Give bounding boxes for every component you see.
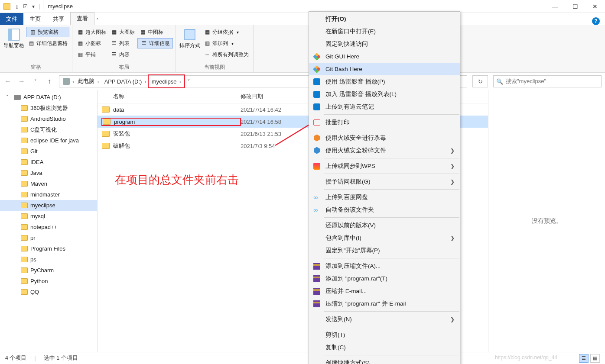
context-menu-item[interactable]: Git GUI Here [309,50,460,63]
context-menu-item[interactable]: 复制(C) [309,341,460,354]
context-menu-item[interactable]: 固定到快速访问 [309,38,460,50]
context-menu-item[interactable]: 授予访问权限(G)❯ [309,175,460,188]
context-menu-item[interactable]: ∞上传到百度网盘 [309,191,460,203]
tree-item[interactable]: Java [0,168,97,178]
tree-item[interactable]: eclipse IDE for java [0,135,97,146]
search-input[interactable]: 🔍 搜索"myeclipse" [493,75,602,87]
breadcrumb[interactable]: 此电脑 [75,76,101,87]
tree-item[interactable]: PyCharm [0,265,97,276]
details-pane-button[interactable]: ▤详细信息窗格 [26,38,69,48]
ribbon-group-label: 布局 [75,62,173,72]
tab-share[interactable]: 共享 [47,13,70,25]
context-menu-item[interactable]: 批量打印 [309,116,460,129]
context-menu-item[interactable]: 使用 迅雷影音 播放(P) [309,75,460,88]
navigation-pane-button[interactable]: 导航窗格 [3,27,25,62]
back-button[interactable]: ← [3,77,12,85]
columns-icon: ▥ [204,40,211,47]
address-dropdown[interactable]: ˅ [184,78,194,85]
minimize-button[interactable]: — [545,0,565,13]
qat-item[interactable]: ▯ [15,3,20,10]
tree-item[interactable]: mindmaster [0,189,97,200]
tree-item[interactable]: Program Files [0,243,97,254]
context-menu-item[interactable]: 上传到有道云笔记 [309,100,460,113]
qat-item[interactable]: ☑ [22,3,29,10]
context-menu-item[interactable]: 添加到 "program.rar"(T) [309,272,460,285]
tree-item[interactable]: myeclipse [0,200,97,211]
annotation-text: 在项目的总文件夹前右击 [115,172,239,187]
tiles-button[interactable]: ▦平铺 [75,49,108,60]
m-icons-button[interactable]: ▦中图标 [137,27,173,37]
context-menu-item[interactable]: Git Bash Here [309,63,460,75]
context-menu-item[interactable]: 包含到库中(I)❯ [309,232,460,244]
tab-file[interactable]: 文件 [0,13,23,25]
tree-item[interactable]: 360极速浏览器 [0,103,97,113]
up-button[interactable]: ↑ [45,77,54,85]
drive-icon [14,95,21,100]
tree-item[interactable]: AndroidStudio [0,113,97,124]
menu-separator [324,258,459,258]
folder-icon [102,143,110,149]
context-menu-item[interactable]: 使用火绒安全进行杀毒 [309,132,460,144]
context-menu-item[interactable]: 在新窗口中打开(E) [309,25,460,38]
folder-icon [21,159,28,165]
view-details-button[interactable]: ☰ [579,354,589,363]
submenu-arrow-icon: ❯ [450,316,455,322]
close-button[interactable]: ✕ [585,0,605,13]
context-menu-item[interactable]: 上传或同步到WPS❯ [309,160,460,172]
tree-item[interactable]: C盘可视化 [0,124,97,135]
context-menu-item[interactable]: 创建快捷方式(S) [309,357,460,364]
context-menu-item[interactable]: 发送到(N)❯ [309,313,460,325]
fit-columns-button[interactable]: ↔将所有列调整为 [202,49,250,60]
breadcrumb[interactable]: APP DATA (D:) [102,76,149,87]
pane-icon [7,28,21,42]
tree-item[interactable]: QQ [0,287,97,297]
menu-separator [324,130,459,130]
context-menu-item[interactable]: ∞自动备份该文件夹 [309,203,460,216]
details-button[interactable]: ☰详细信息 [137,38,173,48]
recent-button[interactable]: ˅ [31,79,40,84]
folder-icon [103,119,111,125]
add-columns-button[interactable]: ▥添加列▾ [202,38,250,48]
tree-item[interactable]: notepad++ [0,222,97,232]
refresh-button[interactable]: ↻ [472,75,488,87]
context-menu-item[interactable]: 添加到压缩文件(A)... [309,260,460,272]
s-icons-button[interactable]: ▦小图标 [75,38,108,48]
tab-home[interactable]: 主页 [23,13,47,25]
blank-icon [312,315,321,324]
context-menu-item[interactable]: 还原以前的版本(V) [309,219,460,232]
qat-dropdown[interactable]: ▾ [31,3,36,10]
forward-button[interactable]: → [17,77,26,85]
breadcrumb[interactable]: myeclipse [149,76,184,87]
tree-item[interactable]: mysql [0,211,97,222]
context-menu-item[interactable]: 使用火绒安全粉碎文件❯ [309,144,460,157]
tree-item[interactable]: Python [0,276,97,287]
view-icons-button[interactable]: ▦ [590,354,600,363]
list-button[interactable]: ☰列表 [109,38,137,48]
help-icon[interactable]: ? [592,17,600,25]
l-icons-button[interactable]: ▦大图标 [109,27,137,37]
group-by-button[interactable]: ▦分组依据▾ [202,27,250,37]
tree-drive[interactable]: APP DATA (D:) [0,92,97,103]
column-date[interactable]: 修改日期 [241,93,310,100]
tree-item[interactable]: Git [0,146,97,157]
content-button[interactable]: ☰内容 [109,49,137,60]
folder-icon [21,181,28,187]
tree-item[interactable]: pr [0,232,97,243]
sort-by-button[interactable]: 排序方式 [179,27,201,62]
rar-icon [312,300,321,308]
context-menu-item[interactable]: 压缩到 "program.rar" 并 E-mail [309,297,460,310]
context-menu-item[interactable]: 压缩并 E-mail... [309,285,460,297]
tab-view[interactable]: 查看 [70,12,94,25]
context-menu-item[interactable]: 加入 迅雷影音 播放列表(L) [309,88,460,100]
tree-item[interactable]: ps [0,254,97,265]
preview-pane-button[interactable]: ▥预览窗格 [26,27,69,37]
context-menu-item[interactable]: 固定到"开始"屏幕(P) [309,244,460,257]
tree-item[interactable]: Maven [0,178,97,189]
context-menu-item[interactable]: 剪切(T) [309,329,460,341]
maximize-button[interactable]: ☐ [565,0,585,13]
xl-icons-button[interactable]: ▦超大图标 [75,27,108,37]
collapse-ribbon-icon[interactable]: ˄ [94,16,101,25]
column-name[interactable]: 名称 [102,93,241,100]
tree-item[interactable]: IDEA [0,157,97,168]
context-menu-item[interactable]: 打开(O) [309,13,460,25]
